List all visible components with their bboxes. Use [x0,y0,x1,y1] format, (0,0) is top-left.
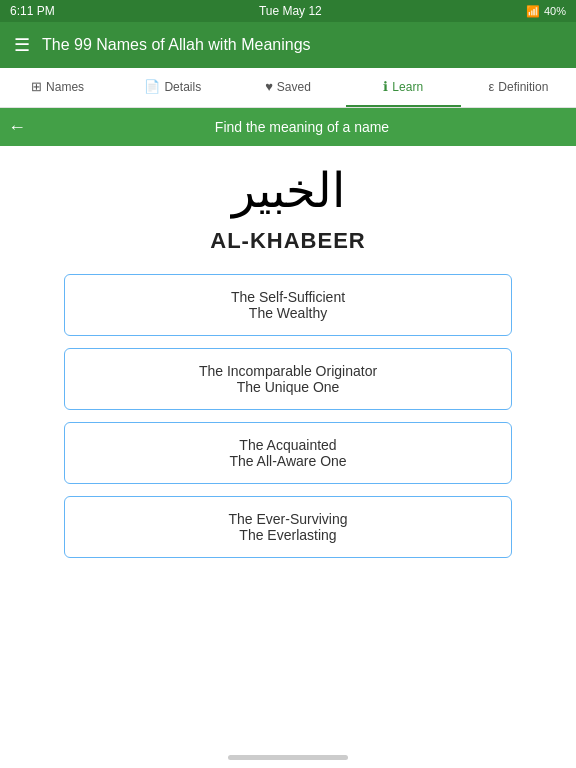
menu-icon[interactable]: ☰ [14,34,30,56]
tab-learn-label: Learn [392,80,423,94]
definition-icon: ε [489,79,495,94]
option-1-line2: The Wealthy [85,305,491,321]
option-3[interactable]: The Acquainted The All-Aware One [64,422,512,484]
option-2-line1: The Incomparable Originator [85,363,491,379]
option-4[interactable]: The Ever-Surviving The Everlasting [64,496,512,558]
back-arrow[interactable]: ← [8,117,26,138]
bottom-home-bar [228,755,348,760]
saved-icon: ♥ [265,79,273,94]
app-header: ☰ The 99 Names of Allah with Meanings [0,22,576,68]
option-4-line2: The Everlasting [85,527,491,543]
tab-names[interactable]: ⊞ Names [0,68,115,107]
status-date: Tue May 12 [259,4,322,18]
names-icon: ⊞ [31,79,42,94]
battery-level: 40% [544,5,566,17]
details-icon: 📄 [144,79,160,94]
sub-header-title: Find the meaning of a name [36,119,568,135]
option-3-line1: The Acquainted [85,437,491,453]
tab-details[interactable]: 📄 Details [115,68,230,107]
sub-header: ← Find the meaning of a name [0,108,576,146]
tab-definition[interactable]: ε Definition [461,68,576,107]
option-2-line2: The Unique One [85,379,491,395]
arabic-calligraphy: الخبير [232,162,345,220]
tab-details-label: Details [164,80,201,94]
nav-tabs: ⊞ Names 📄 Details ♥ Saved ℹ Learn ε Defi… [0,68,576,108]
status-time-date: 6:11 PM [10,4,55,18]
tab-saved-label: Saved [277,80,311,94]
status-bar: 6:11 PM Tue May 12 40% [0,0,576,22]
tab-definition-label: Definition [498,80,548,94]
option-3-line2: The All-Aware One [85,453,491,469]
app-title: The 99 Names of Allah with Meanings [42,36,311,54]
tab-learn[interactable]: ℹ Learn [346,68,461,107]
wifi-icon [526,4,540,18]
tab-saved[interactable]: ♥ Saved [230,68,345,107]
main-content: الخبير AL-KHABEER The Self-Sufficient Th… [0,146,576,586]
option-1-line1: The Self-Sufficient [85,289,491,305]
option-2[interactable]: The Incomparable Originator The Unique O… [64,348,512,410]
name-title: AL-KHABEER [210,228,365,254]
option-4-line1: The Ever-Surviving [85,511,491,527]
option-1[interactable]: The Self-Sufficient The Wealthy [64,274,512,336]
tab-names-label: Names [46,80,84,94]
learn-icon: ℹ [383,79,388,94]
